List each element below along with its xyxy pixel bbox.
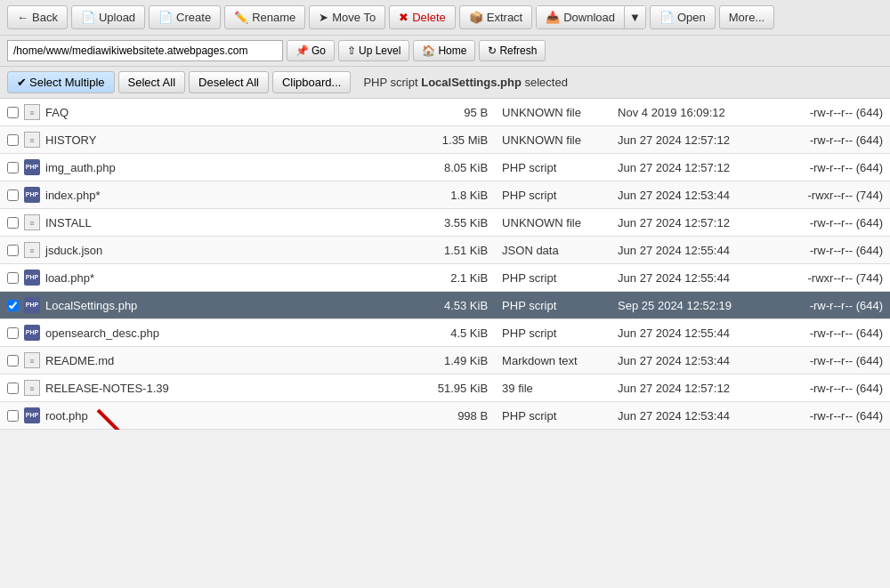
file-date: Jun 27 2024 12:57:12 bbox=[611, 375, 766, 402]
file-permissions: -rwxr--r-- (744) bbox=[766, 264, 890, 292]
file-checkbox[interactable] bbox=[7, 355, 19, 366]
file-size: 51.95 KiB bbox=[406, 375, 495, 402]
go-icon: 📌 bbox=[295, 44, 309, 57]
status-file: LocalSettings.php bbox=[421, 76, 522, 89]
file-permissions: -rw-r--r-- (644) bbox=[766, 375, 890, 402]
deselect-all-label: Deselect All bbox=[198, 76, 259, 89]
table-row[interactable]: PHPindex.php*1.8 KiBPHP scriptJun 27 202… bbox=[0, 181, 890, 209]
delete-button[interactable]: ✖ Delete bbox=[389, 5, 456, 29]
refresh-icon: ↻ bbox=[488, 44, 497, 57]
file-type: UNKNOWN file bbox=[495, 99, 611, 126]
go-button[interactable]: 📌 Go bbox=[287, 40, 335, 61]
open-label: Open bbox=[677, 11, 706, 24]
file-type: PHP script bbox=[495, 402, 611, 430]
download-button[interactable]: 📥 Download bbox=[537, 6, 624, 28]
file-size: 998 B bbox=[406, 402, 495, 430]
table-row[interactable]: ≡README.md1.49 KiBMarkdown textJun 27 20… bbox=[0, 347, 890, 375]
table-row[interactable]: PHPimg_auth.php8.05 KiBPHP scriptJun 27 … bbox=[0, 154, 890, 181]
file-date: Jun 27 2024 12:57:12 bbox=[611, 154, 766, 181]
home-label: Home bbox=[438, 44, 466, 57]
up-level-icon: ⇧ bbox=[347, 44, 356, 57]
file-date: Jun 27 2024 12:53:44 bbox=[611, 347, 766, 375]
move-to-button[interactable]: ➤ Move To bbox=[309, 5, 385, 29]
file-checkbox[interactable] bbox=[7, 189, 19, 201]
file-type: PHP script bbox=[495, 292, 611, 319]
file-name: RELEASE-NOTES-1.39 bbox=[45, 382, 169, 395]
file-name: opensearch_desc.php bbox=[45, 326, 159, 340]
back-label: Back bbox=[32, 11, 58, 24]
create-label: Create bbox=[176, 11, 211, 24]
file-name: root.php bbox=[45, 409, 88, 423]
file-permissions: -rw-r--r-- (644) bbox=[766, 209, 890, 237]
delete-label: Delete bbox=[412, 11, 446, 24]
address-input[interactable] bbox=[7, 40, 283, 61]
download-dropdown-arrow[interactable]: ▼ bbox=[624, 6, 645, 28]
status-suffix: selected bbox=[522, 76, 568, 89]
address-bar: 📌 Go ⇧ Up Level 🏠 Home ↻ Refresh bbox=[0, 36, 890, 67]
back-button[interactable]: ← Back bbox=[7, 5, 68, 29]
file-date: Jun 27 2024 12:55:44 bbox=[611, 319, 766, 347]
table-row[interactable]: PHPload.php*2.1 KiBPHP scriptJun 27 2024… bbox=[0, 264, 890, 292]
file-size: 8.05 KiB bbox=[406, 154, 495, 181]
file-checkbox[interactable] bbox=[7, 217, 19, 229]
file-checkbox[interactable] bbox=[7, 134, 19, 146]
open-button[interactable]: 📄 Open bbox=[650, 5, 716, 29]
select-all-label: Select All bbox=[128, 76, 175, 89]
table-row[interactable]: ≡HISTORY1.35 MiBUNKNOWN fileJun 27 2024 … bbox=[0, 126, 890, 154]
rename-button[interactable]: ✏️ Rename bbox=[224, 5, 305, 29]
file-checkbox[interactable] bbox=[7, 162, 19, 173]
file-type: JSON data bbox=[495, 237, 611, 264]
php-file-icon: PHP bbox=[24, 325, 40, 341]
table-row[interactable]: ≡RELEASE-NOTES-1.3951.95 KiB39 fileJun 2… bbox=[0, 375, 890, 402]
file-type: 39 file bbox=[495, 375, 611, 402]
file-checkbox[interactable] bbox=[7, 300, 19, 311]
table-row[interactable]: ≡jsduck.json1.51 KiBJSON dataJun 27 2024… bbox=[0, 237, 890, 264]
select-all-button[interactable]: Select All bbox=[118, 71, 185, 93]
clipboard-label: Clipboard... bbox=[282, 76, 341, 89]
table-row[interactable]: PHPopensearch_desc.php4.5 KiBPHP scriptJ… bbox=[0, 319, 890, 347]
file-permissions: -rw-r--r-- (644) bbox=[766, 99, 890, 126]
up-level-label: Up Level bbox=[359, 44, 400, 57]
file-size: 1.49 KiB bbox=[406, 347, 495, 375]
up-level-button[interactable]: ⇧ Up Level bbox=[338, 40, 409, 61]
file-checkbox[interactable] bbox=[7, 327, 19, 339]
file-checkbox[interactable] bbox=[7, 383, 19, 394]
php-file-icon: PHP bbox=[24, 187, 40, 203]
download-split-button[interactable]: 📥 Download ▼ bbox=[536, 5, 646, 29]
file-date: Jun 27 2024 12:57:12 bbox=[611, 126, 766, 154]
status-prefix: PHP script bbox=[363, 76, 421, 89]
refresh-button[interactable]: ↻ Refresh bbox=[479, 40, 546, 61]
file-permissions: -rwxr--r-- (744) bbox=[766, 181, 890, 209]
table-row[interactable]: PHPLocalSettings.php4.53 KiBPHP scriptSe… bbox=[0, 292, 890, 319]
php-file-icon: PHP bbox=[24, 407, 40, 423]
more-button[interactable]: More... bbox=[719, 5, 774, 29]
file-table: ≡FAQ95 BUNKNOWN fileNov 4 2019 16:09:12-… bbox=[0, 99, 890, 430]
table-row[interactable]: ≡FAQ95 BUNKNOWN fileNov 4 2019 16:09:12-… bbox=[0, 99, 890, 126]
upload-label: Upload bbox=[99, 11, 135, 24]
file-size: 1.51 KiB bbox=[406, 237, 495, 264]
select-multiple-button[interactable]: ✔ Select Multiple bbox=[7, 71, 115, 93]
file-checkbox[interactable] bbox=[7, 272, 19, 284]
create-button[interactable]: 📄 Create bbox=[149, 5, 221, 29]
deselect-all-button[interactable]: Deselect All bbox=[189, 71, 269, 93]
extract-button[interactable]: 📦 Extract bbox=[459, 5, 532, 29]
file-name: LocalSettings.php bbox=[45, 299, 137, 312]
file-permissions: -rw-r--r-- (644) bbox=[766, 402, 890, 430]
upload-button[interactable]: 📄 Upload bbox=[71, 5, 145, 29]
rename-icon: ✏️ bbox=[234, 11, 248, 24]
file-checkbox[interactable] bbox=[7, 410, 19, 422]
table-row[interactable]: PHProot.php998 BPHP scriptJun 27 2024 12… bbox=[0, 402, 890, 430]
file-name: INSTALL bbox=[45, 216, 92, 230]
file-type: UNKNOWN file bbox=[495, 209, 611, 237]
clipboard-button[interactable]: Clipboard... bbox=[272, 71, 351, 93]
extract-label: Extract bbox=[487, 11, 522, 24]
extract-icon: 📦 bbox=[469, 11, 483, 24]
generic-file-icon: ≡ bbox=[24, 132, 40, 148]
file-size: 3.55 KiB bbox=[406, 209, 495, 237]
table-row[interactable]: ≡INSTALL3.55 KiBUNKNOWN fileJun 27 2024 … bbox=[0, 209, 890, 237]
home-button[interactable]: 🏠 Home bbox=[413, 40, 475, 61]
file-permissions: -rw-r--r-- (644) bbox=[766, 237, 890, 264]
file-checkbox[interactable] bbox=[7, 107, 19, 118]
file-checkbox[interactable] bbox=[7, 245, 19, 256]
generic-file-icon: ≡ bbox=[24, 242, 40, 258]
